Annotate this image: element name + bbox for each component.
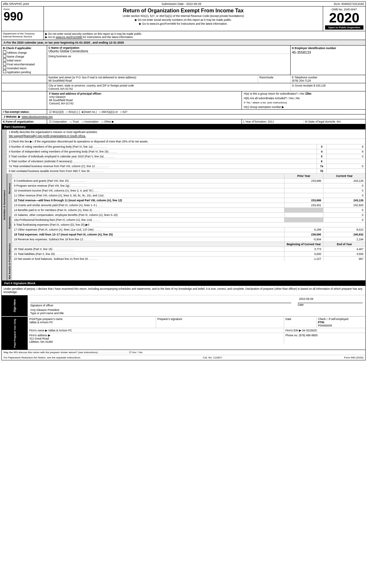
form-subtitle3: ▶ Go to www.irs.gov/Form990 for instruct… [45, 22, 321, 25]
line20-desc: 20 Total assets (Part X, line 16) . . . … [12, 247, 284, 251]
part1-title: Part I Summary [4, 125, 26, 128]
preparer-name-value: Vallas & Arrison PC [29, 321, 154, 324]
part1-main: 1 Briefly describe the organization's mi… [7, 129, 365, 280]
initial-return-label: Initial return [7, 59, 21, 62]
firm-name-row: Firm's name ▶ Vallas & Arrison PC Firm's… [28, 328, 365, 333]
line14-row: 14 Benefits paid to or for members (Part… [12, 208, 365, 213]
tax-year-row: A For the 2020 calendar year, or tax yea… [1, 40, 366, 46]
corp-label: Corporation [52, 120, 67, 123]
line13-prior: 233,401 [284, 203, 323, 207]
line20-row: 20 Total assets (Part X, line 16) . . . … [12, 247, 365, 252]
tax-status-label: I Tax-exempt status: [2, 110, 47, 114]
preparer-date-box: Date [284, 317, 317, 328]
ptin-label: PTIN [318, 321, 364, 324]
part2-title: Part II Signature Block [4, 282, 35, 285]
line11-prior [284, 193, 323, 198]
city-value: Concord, MA 01742 [48, 87, 289, 90]
cat-no: Cat. No. 11282Y [203, 356, 222, 359]
ptin-box: Check □ if self-employed PTIN P00466005 [317, 317, 365, 328]
signature-block: Under penalties of perjury, I declare th… [2, 286, 365, 316]
name-change-label: Name change [7, 55, 24, 58]
app-pending-checkbox[interactable] [3, 70, 6, 73]
paid-preparer-label: Paid Preparer Use Only [2, 317, 28, 350]
line4-value: 8 [326, 149, 365, 154]
firm-name-value: ▶ Vallas & Arrison PC [45, 329, 72, 332]
line1-value: We support(financially) non-profit organ… [9, 134, 363, 138]
dba-row: Doing business as [47, 54, 290, 59]
hb-note: If "No," attach a list. (see instruction… [244, 101, 363, 104]
line9-current: 0 [323, 183, 365, 188]
footer-row: May the IRS discuss this return with the… [2, 350, 365, 355]
line10-current: 0 [323, 188, 365, 193]
footer-no-label: No [139, 351, 142, 354]
tax-527-label: 527 [123, 110, 127, 114]
amended-return-checkbox[interactable] [3, 66, 6, 69]
name-change-checkbox[interactable] [3, 54, 6, 58]
revenue-content: Prior Year Current Year 8 Contributions … [12, 174, 365, 203]
type-label: Type or print name and title [30, 312, 363, 315]
address-change-checkbox[interactable] [3, 50, 6, 54]
app-pending-label: Application pending [7, 71, 31, 74]
gross-receipts-value: 243,126 [316, 84, 326, 87]
form-right-box: OMB No. 1545-0047 2020 Open to Public In… [323, 7, 365, 31]
firm-phone-label: Phone no. [285, 334, 298, 337]
date-label: Date [298, 303, 363, 306]
city-box: City or town, state or province, country… [47, 83, 291, 91]
line3-row: 3 Number of voting members of the govern… [7, 144, 365, 149]
line11-current: 0 [323, 193, 365, 198]
line7a-row: 7a Total unrelated business revenue from… [7, 164, 365, 169]
state-label: M State of legal domicile: [305, 120, 336, 123]
paperwork-label: For Paperwork Reduction Act Notice, see … [4, 356, 81, 359]
year-formed-label: L Year of formation: [243, 120, 267, 123]
date-field: 2022-09-28 Date [298, 297, 363, 307]
principal-name: Amy Gleason [49, 95, 240, 99]
line6-desc: 6 Total number of volunteers (estimate i… [7, 159, 317, 164]
final-return-checkbox[interactable] [3, 62, 6, 65]
form-subtitle2: ▶ Do not enter social security numbers o… [45, 18, 321, 21]
line9-prior [284, 183, 323, 188]
initial-return-checkbox[interactable] [3, 58, 6, 61]
ptin-value: P00466005 [318, 324, 364, 327]
dba-label: Doing business as [48, 55, 71, 58]
line4-num: 4 [317, 149, 326, 154]
org-name-box: C Name of organization Ubuntu Global Con… [47, 46, 291, 75]
year-display: 2020 [325, 11, 363, 25]
line9-row: 9 Program service revenue (Part VIII, li… [12, 183, 365, 188]
current-year-header: Current Year [323, 174, 365, 178]
line22-end: 967 [323, 257, 365, 261]
name-change-item: Name change [3, 54, 46, 58]
line5-value: 0 [326, 154, 365, 159]
form-title-main: Return of Organization Exempt From Incom… [45, 8, 321, 14]
line1-label: 1 Briefly describe the organization's mi… [9, 130, 363, 134]
line10-row: 10 Investment income (Part VIII, columns… [12, 188, 365, 193]
line16a-current: 0 [323, 218, 365, 222]
firm-city-value: Littleton, MA 01460 [29, 340, 282, 343]
address-spacer [2, 75, 47, 83]
website-url: www.ubuntuconnects.org [22, 115, 53, 118]
line19-row: 19 Revenue less expenses. Subtract line … [12, 237, 365, 242]
org-name-label-row: C Name of organization Ubuntu Global Con… [47, 46, 290, 54]
form-subtitle1: Under section 501(c), 527, or 4947(a)(1)… [45, 14, 321, 18]
website-j-label: J Website: ▶ [4, 115, 20, 118]
line9-desc: 9 Program service revenue (Part VIII, li… [12, 183, 284, 188]
part2-header: Part II Signature Block [2, 280, 365, 286]
principal-row: F Name and address of principal officer:… [2, 91, 365, 110]
hb-row: H(b) Are all subordinates included? □Yes… [244, 97, 363, 100]
line15-desc: 15 Salaries, other compensation, employe… [12, 213, 284, 217]
name-title-row: Amy Gleason President Type or print name… [30, 308, 363, 315]
form-footer-label: Form 990 (2020) [344, 356, 363, 359]
tax-501c-label: 501(c) ( ) ◄(insert no.) [69, 110, 97, 114]
line20-beginning: 3,773 [284, 247, 323, 251]
dln-label: DLN: 93493271013182 [334, 2, 364, 6]
firm-name-box: Firm's name ▶ Vallas & Arrison PC [28, 328, 284, 333]
form-body: B Check if applicable: Address change Na… [1, 46, 366, 360]
line3-value: 8 [326, 144, 365, 149]
form-header: Form 990 Return of Organization Exempt F… [1, 7, 366, 31]
line10-prior [284, 188, 323, 193]
line18-row: 18 Total expenses. Add lines 13–17 (must… [12, 232, 365, 237]
firm-ein-box: Firm's EIN ▶ 04-3215625 [284, 328, 365, 333]
tax-status-row: I Tax-exempt status: ☑ 501(c)(3) □ 501(c… [2, 110, 365, 114]
name-title-value: Amy Gleason President [30, 308, 363, 312]
line13-current: 232,920 [323, 203, 365, 207]
phone-label: E Telephone number [292, 76, 364, 79]
